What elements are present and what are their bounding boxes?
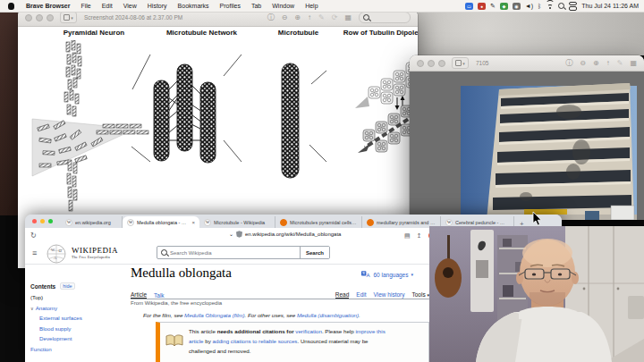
tab-read[interactable]: Read bbox=[335, 291, 350, 299]
window-traffic-lights bbox=[417, 60, 445, 67]
wikipedia-favicon: W bbox=[204, 219, 211, 226]
open-book-icon bbox=[165, 334, 183, 347]
building-photo bbox=[410, 72, 644, 220]
brave-shield-icon[interactable] bbox=[236, 231, 242, 238]
close-window-button[interactable] bbox=[417, 60, 424, 67]
url-text[interactable]: en.wikipedia.org/wiki/Medulla_oblongata bbox=[245, 232, 341, 237]
zoom-window-button[interactable] bbox=[47, 14, 54, 21]
gallery-icon[interactable]: ▦ bbox=[630, 59, 637, 67]
info-icon[interactable]: ⓘ bbox=[267, 13, 275, 22]
link-medulla-disambiguation[interactable]: Medulla (disambiguation) bbox=[297, 312, 359, 318]
spotlight-icon[interactable] bbox=[558, 3, 564, 9]
sidebar-toggle-button[interactable]: ▾ bbox=[452, 57, 469, 69]
menu-bar-clock[interactable]: Thu Jul 24 11:26 AM bbox=[581, 3, 639, 9]
zoom-out-icon[interactable]: ⊖ bbox=[580, 59, 586, 67]
link-verification[interactable]: verification bbox=[295, 328, 322, 334]
rotate-icon[interactable]: ⟳ bbox=[332, 13, 338, 21]
link-adding-citations[interactable]: adding citations to reliable sources bbox=[213, 338, 298, 344]
tab-en-wikipedia[interactable]: W en.wikipedia.org bbox=[61, 216, 123, 228]
language-icon: A bbox=[361, 271, 370, 278]
menu-view[interactable]: View bbox=[118, 3, 142, 9]
tab-close-icon[interactable]: × bbox=[191, 220, 195, 225]
tab-article[interactable]: Article bbox=[131, 291, 147, 299]
menu-edit[interactable]: Edit bbox=[97, 3, 118, 9]
toc-hide-button[interactable]: hide bbox=[60, 282, 74, 290]
gallery-icon[interactable]: ▦ bbox=[344, 13, 352, 21]
toc-item-anatomy[interactable]: ∨Anatomy bbox=[30, 305, 127, 311]
toc-item-function[interactable]: Function bbox=[30, 346, 127, 352]
languages-selector[interactable]: A 60 languages ▾ bbox=[320, 271, 413, 278]
tab-microtubules-pyramidal[interactable]: Microtubules pyramidal cells mem bbox=[275, 216, 362, 228]
search-input[interactable] bbox=[167, 250, 300, 256]
share-icon[interactable]: ↑ bbox=[308, 13, 311, 21]
menu-profiles[interactable]: Profiles bbox=[215, 3, 246, 9]
wikipedia-search-box[interactable]: Search bbox=[157, 246, 330, 259]
wikipedia-wordmark[interactable]: Wikipedia The Free Encyclopedia bbox=[72, 246, 118, 259]
reload-icon[interactable]: ↻ bbox=[30, 232, 37, 240]
close-window-button[interactable] bbox=[25, 14, 32, 21]
wikipedia-favicon: W bbox=[445, 219, 453, 226]
panel-label-microtubule-network: Microtubule Network bbox=[146, 29, 258, 37]
chevron-expand-icon[interactable]: ∨ bbox=[30, 306, 34, 311]
volume-icon[interactable]: ◄) bbox=[525, 3, 533, 9]
control-center-icon[interactable] bbox=[569, 2, 577, 11]
apple-menu-icon[interactable] bbox=[8, 3, 14, 10]
markup-icon[interactable]: ✎ bbox=[318, 13, 325, 21]
close-window-button[interactable] bbox=[32, 219, 37, 223]
photo-window-titlebar[interactable]: ▾ 7105 ⓘ ⊖ ⊕ ↑ ✎ ▦ bbox=[410, 55, 644, 72]
zoom-in-icon[interactable]: ⊕ bbox=[294, 13, 301, 21]
menu-file[interactable]: File bbox=[75, 3, 96, 9]
tab-medulla-oblongata[interactable]: W Medulla oblongata - Wikipedia × bbox=[123, 216, 199, 228]
minimize-window-button[interactable] bbox=[428, 60, 435, 67]
zoom-in-icon[interactable]: ⊕ bbox=[593, 59, 599, 67]
menu-bookmarks[interactable]: Bookmarks bbox=[173, 3, 215, 9]
zoom-out-icon[interactable]: ⊖ bbox=[282, 13, 288, 21]
toc-item-external-surfaces[interactable]: External surfaces bbox=[39, 315, 127, 321]
minimize-window-button[interactable] bbox=[40, 219, 45, 223]
photo-window-title: 7105 bbox=[476, 60, 488, 66]
desktop: Brave Browser File Edit View History Boo… bbox=[0, 0, 644, 362]
preview-search-field[interactable] bbox=[359, 12, 411, 23]
wikipedia-globe-logo[interactable]: W Ω A bbox=[47, 244, 66, 264]
share-icon[interactable]: ↑ bbox=[606, 59, 610, 67]
search-button[interactable]: Search bbox=[300, 247, 329, 258]
tab-microtubule[interactable]: W Microtubule - Wikipedia bbox=[199, 216, 275, 228]
article-tabs: Article Talk Read Edit View history Tool… bbox=[131, 288, 429, 299]
toc-item-blood-supply[interactable]: Blood supply bbox=[39, 325, 127, 332]
bookmark-icon[interactable]: ▤ bbox=[404, 232, 411, 240]
toc-item-top[interactable]: (Top) bbox=[30, 294, 127, 300]
tab-view-history[interactable]: View history bbox=[374, 291, 405, 299]
tab-edit[interactable]: Edit bbox=[356, 291, 366, 299]
markup-icon[interactable]: ✎ bbox=[617, 59, 623, 67]
camera-status-icon[interactable]: ◉ bbox=[513, 3, 521, 10]
menu-app-name[interactable]: Brave Browser bbox=[21, 3, 75, 9]
address-bar[interactable]: ⌄ en.wikipedia.org/wiki/Medulla_oblongat… bbox=[229, 231, 341, 238]
menu-help[interactable]: Help bbox=[300, 3, 323, 9]
toc-item-development[interactable]: Development bbox=[39, 335, 127, 341]
bluetooth-icon[interactable]: ᛒ bbox=[538, 3, 541, 9]
zoom-window-button[interactable] bbox=[438, 60, 445, 67]
wifi-icon[interactable] bbox=[546, 3, 554, 9]
zoom-window-button[interactable] bbox=[48, 219, 53, 223]
svg-text:A: A bbox=[367, 272, 370, 278]
menu-window[interactable]: Window bbox=[267, 3, 300, 9]
tab-search-icon[interactable]: ⌄ bbox=[229, 231, 233, 237]
download-icon[interactable]: ↥ bbox=[417, 232, 422, 240]
microtubule-network-figure bbox=[154, 64, 216, 163]
info-icon[interactable]: ⓘ bbox=[565, 58, 572, 68]
desktop-wallpaper-topright bbox=[418, 12, 644, 55]
sidebar-toggle-button[interactable]: ▾ bbox=[60, 12, 77, 23]
webcam-video-overlay bbox=[429, 226, 644, 362]
hamburger-menu-icon[interactable]: ≡ bbox=[32, 248, 37, 257]
record-app-icon[interactable]: ● bbox=[478, 3, 486, 10]
menu-history[interactable]: History bbox=[142, 3, 173, 9]
menu-tab[interactable]: Tab bbox=[246, 3, 267, 9]
link-medulla-oblongata-film[interactable]: Medulla Oblongata (film) bbox=[184, 312, 244, 318]
green-app-icon[interactable]: ◆ bbox=[500, 3, 508, 10]
screen-mirroring-icon[interactable]: ▭ bbox=[465, 3, 473, 10]
panel-label-tubulin-dipoles: Row of Tubulin Dipoles bbox=[325, 29, 418, 37]
minimize-window-button[interactable] bbox=[36, 14, 43, 21]
tab-talk[interactable]: Talk bbox=[154, 292, 165, 299]
pen-status-icon[interactable]: ✎ bbox=[490, 3, 496, 10]
tab-tools[interactable]: Tools ▾ bbox=[411, 291, 429, 299]
